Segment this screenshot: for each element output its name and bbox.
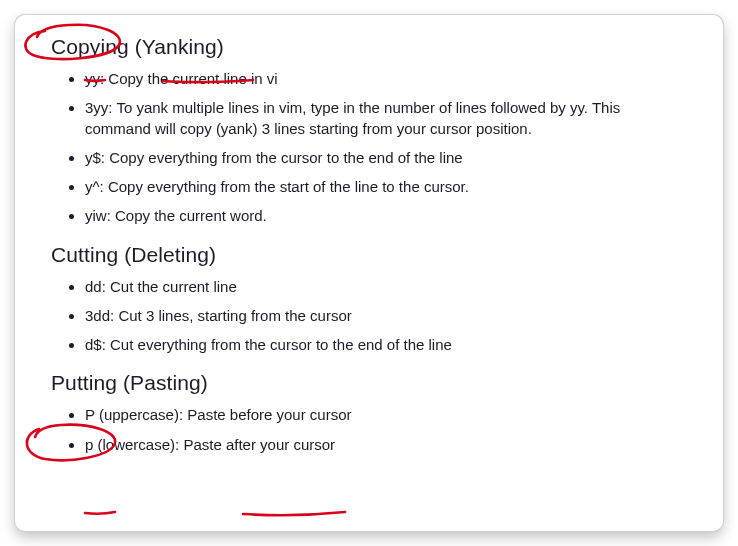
command: y$ bbox=[85, 149, 101, 166]
list-item: p (lowercase): Paste after your cursor bbox=[85, 435, 687, 455]
list-cutting: dd: Cut the current line 3dd: Cut 3 line… bbox=[51, 277, 687, 356]
list-putting: P (uppercase): Paste before your cursor … bbox=[51, 405, 687, 455]
description: Cut 3 lines, starting from the cursor bbox=[118, 307, 351, 324]
description: Cut the current line bbox=[110, 278, 237, 295]
description: Paste after your cursor bbox=[183, 436, 335, 453]
command: p (lowercase) bbox=[85, 436, 175, 453]
list-item: dd: Cut the current line bbox=[85, 277, 687, 297]
description: Copy everything from the cursor to the e… bbox=[109, 149, 463, 166]
command: P (uppercase) bbox=[85, 406, 179, 423]
description: Copy the current line in vi bbox=[108, 70, 277, 87]
document-card: Copying (Yanking) yy: Copy the current l… bbox=[15, 15, 723, 531]
description: Copy everything from the start of the li… bbox=[108, 178, 469, 195]
command: 3dd bbox=[85, 307, 110, 324]
list-item: 3dd: Cut 3 lines, starting from the curs… bbox=[85, 306, 687, 326]
command: 3yy bbox=[85, 99, 108, 116]
description: Cut everything from the cursor to the en… bbox=[110, 336, 452, 353]
command: yiw bbox=[85, 207, 107, 224]
list-copying: yy: Copy the current line in vi 3yy: To … bbox=[51, 69, 687, 227]
list-item: 3yy: To yank multiple lines in vim, type… bbox=[85, 98, 687, 139]
list-item: P (uppercase): Paste before your cursor bbox=[85, 405, 687, 425]
heading-cutting: Cutting (Deleting) bbox=[51, 243, 687, 267]
command: dd bbox=[85, 278, 102, 295]
description: To yank multiple lines in vim, type in t… bbox=[85, 99, 620, 136]
heading-putting: Putting (Pasting) bbox=[51, 371, 687, 395]
list-item: y^: Copy everything from the start of th… bbox=[85, 177, 687, 197]
command: y^ bbox=[85, 178, 100, 195]
command: yy bbox=[85, 70, 100, 87]
description: Copy the current word. bbox=[115, 207, 267, 224]
list-item: yy: Copy the current line in vi bbox=[85, 69, 687, 89]
command: d$ bbox=[85, 336, 102, 353]
list-item: d$: Cut everything from the cursor to th… bbox=[85, 335, 687, 355]
list-item: y$: Copy everything from the cursor to t… bbox=[85, 148, 687, 168]
list-item: yiw: Copy the current word. bbox=[85, 206, 687, 226]
underline-annotation-icon bbox=[243, 512, 345, 515]
heading-copying: Copying (Yanking) bbox=[51, 35, 687, 59]
underline-annotation-icon bbox=[85, 512, 115, 514]
description: Paste before your cursor bbox=[187, 406, 351, 423]
